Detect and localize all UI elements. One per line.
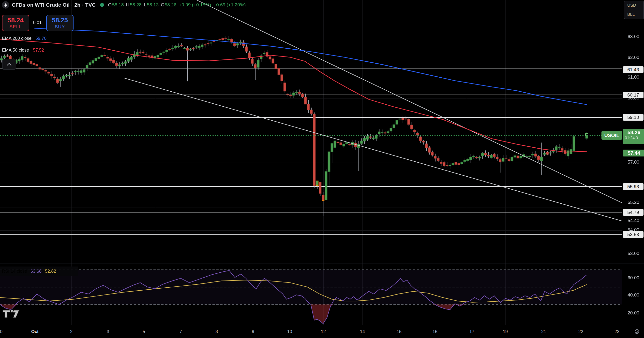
- drawing-price-label: 61.43: [623, 66, 644, 73]
- extended-change-value: +0.69 (+1.20%): [214, 2, 246, 7]
- price-scale-label: 53.00: [623, 251, 644, 256]
- ema200-label: EMA 200 close: [2, 36, 32, 41]
- rsi-scale-label: 20.00: [623, 310, 644, 316]
- market-status-icon[interactable]: [100, 3, 104, 7]
- time-axis-label: 19: [503, 329, 508, 334]
- tradingview-logo-icon[interactable]: [2, 308, 20, 319]
- rsi-label: RSI 14 close: [2, 269, 27, 274]
- ema200-legend-row[interactable]: EMA 200 close 59.70: [2, 36, 46, 41]
- last-price-label: 58.26 01:24:0: [623, 129, 644, 144]
- rsi-value: 63.68: [30, 269, 42, 274]
- time-axis-label: 3: [107, 329, 109, 334]
- oil-drop-icon: [2, 1, 9, 8]
- ohlc-item: H58.28: [126, 2, 142, 7]
- price-chart-canvas[interactable]: [0, 0, 644, 338]
- buy-price: 58.25: [52, 16, 68, 24]
- ohlc-item: O58.18: [108, 2, 124, 7]
- ohlc-item: L58.13: [144, 2, 158, 7]
- price-scale-label: 61.00: [623, 74, 644, 80]
- sell-price: 58.24: [8, 16, 24, 24]
- price-scale-label: 63.00: [623, 34, 644, 39]
- time-axis-label: 15: [397, 329, 402, 334]
- price-scale-label: 55.20: [623, 200, 644, 205]
- symbol-price-line-tag: USOIL: [602, 131, 622, 140]
- ema200-value: 59.70: [36, 36, 46, 41]
- time-axis-label: 16: [432, 329, 438, 334]
- ohlc-values: O58.18H58.28L58.13C58.26: [108, 2, 176, 7]
- time-axis-label: 23: [614, 329, 620, 334]
- level-price-label: 57.44: [623, 150, 644, 156]
- time-axis-label: 14: [360, 329, 365, 334]
- unit-button[interactable]: BLL: [624, 10, 644, 19]
- time-axis-label: 9: [252, 329, 254, 334]
- drawing-price-label: 54.79: [623, 209, 644, 216]
- time-axis-label: 2: [70, 329, 72, 334]
- sell-button[interactable]: 58.24 SELL: [2, 15, 29, 31]
- change-value: +0.09 (+0.15%): [179, 2, 211, 7]
- drawing-price-label: 53.83: [623, 231, 644, 238]
- time-axis-label: Oct: [31, 329, 38, 334]
- time-axis-label: 10: [287, 329, 292, 334]
- chart-window: CFDs on WTI Crude Oil · 2h · TVC O58.18H…: [0, 0, 644, 338]
- time-axis-label: 21: [541, 329, 546, 334]
- time-axis-label: 7: [180, 329, 182, 334]
- time-axis-label: 5: [142, 329, 145, 334]
- unit-toggle: USD BLL: [624, 1, 644, 19]
- price-scale-label: 54.40: [623, 218, 644, 223]
- price-scale-label: 62.00: [623, 55, 644, 60]
- collapse-pane-button[interactable]: [2, 59, 16, 70]
- ema50-label: EMA 50 close: [2, 48, 29, 53]
- drawing-price-label: 60.17: [623, 92, 644, 98]
- ohlc-item: C58.26: [161, 2, 176, 7]
- time-axis-label: 0: [0, 329, 2, 334]
- buy-button[interactable]: 58.25 BUY: [46, 15, 74, 31]
- currency-button[interactable]: USD: [624, 1, 644, 10]
- price-scale[interactable]: [622, 0, 644, 338]
- rsi-scale-label: 40.00: [623, 292, 644, 298]
- bar-countdown: 01:24:0: [623, 135, 644, 141]
- pane-separator[interactable]: [0, 264, 644, 264]
- rsi-ma-value: 52.82: [45, 269, 56, 274]
- sell-label: SELL: [9, 24, 22, 29]
- rsi-scale-label: 60.00: [623, 275, 644, 281]
- time-axis-label: 12: [321, 329, 326, 334]
- symbol-legend-row[interactable]: CFDs on WTI Crude Oil · 2h · TVC O58.18H…: [2, 1, 246, 9]
- price-scale-label: 57.00: [623, 159, 644, 165]
- scale-settings-icon[interactable]: [634, 329, 640, 336]
- chart-title: CFDs on WTI Crude Oil · 2h · TVC: [12, 2, 96, 8]
- buy-label: BUY: [54, 24, 65, 29]
- spread-value: 0.01: [30, 20, 45, 25]
- drawing-price-label: 55.93: [623, 183, 644, 190]
- time-axis-label: 8: [216, 329, 218, 334]
- drawing-price-label: 59.10: [623, 114, 644, 121]
- ema50-legend-row[interactable]: EMA 50 close 57.52: [2, 48, 44, 53]
- ema50-value: 57.52: [33, 48, 44, 53]
- time-axis-label: 17: [470, 329, 474, 334]
- last-price-value: 58.26: [623, 129, 644, 136]
- time-axis-label: 22: [578, 329, 583, 334]
- rsi-legend-row[interactable]: RSI 14 close 63.68 52.82: [2, 269, 56, 274]
